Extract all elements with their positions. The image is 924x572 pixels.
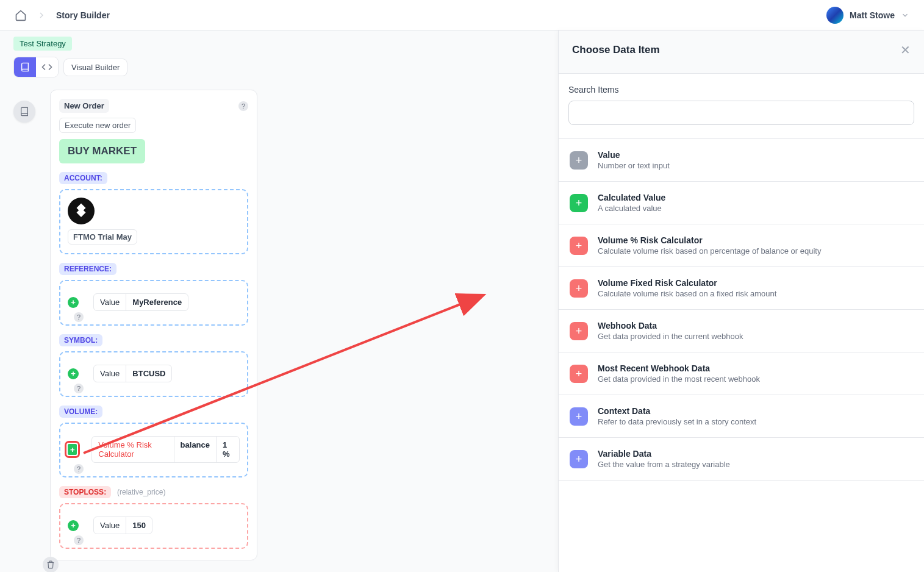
data-item-option[interactable]: + Calculated Value A calculated value: [559, 182, 924, 224]
item-desc: Refer to data previously set in a story …: [598, 417, 756, 426]
reference-label: REFERENCE:: [59, 263, 116, 275]
symbol-value[interactable]: Value BTCUSD: [93, 365, 172, 382]
app-header: Story Builder Matt Stowe: [0, 0, 924, 30]
search-input[interactable]: [568, 101, 914, 125]
panel-title: Choose Data Item: [572, 44, 660, 56]
toolbar-label: Visual Builder: [63, 59, 127, 76]
plus-icon[interactable]: +: [68, 368, 79, 379]
canvas-area: Test Strategy Visual Builder New Order ?: [0, 30, 558, 572]
data-item-option[interactable]: + Variable Data Get the value from a str…: [559, 438, 924, 481]
help-icon[interactable]: ?: [238, 101, 248, 111]
avatar: [826, 7, 843, 24]
item-desc: Get data provided in the most recent web…: [598, 374, 760, 384]
breadcrumb[interactable]: Story Builder: [56, 10, 110, 20]
chevron-right-icon: [37, 10, 46, 20]
view-toggle: [13, 57, 59, 77]
stoploss-note: (relative_price): [117, 488, 165, 496]
plus-icon: +: [570, 450, 588, 468]
plus-icon[interactable]: +: [68, 297, 79, 308]
plus-icon[interactable]: +: [68, 520, 79, 531]
close-icon[interactable]: ✕: [900, 44, 911, 56]
node-subtitle: Execute new order: [59, 118, 136, 133]
symbol-label: SYMBOL:: [59, 334, 102, 346]
help-icon[interactable]: ?: [74, 464, 84, 474]
data-item-option[interactable]: + Value Number or text input: [559, 139, 924, 182]
item-title: Most Recent Webhook Data: [598, 363, 760, 373]
plus-icon[interactable]: +: [68, 444, 77, 455]
plus-icon: +: [570, 279, 588, 298]
reference-box[interactable]: + Value MyReference ?: [59, 280, 248, 326]
stoploss-box[interactable]: + Value 150 ?: [59, 503, 248, 549]
stoploss-value[interactable]: Value 150: [93, 517, 152, 534]
user-menu[interactable]: Matt Stowe: [826, 7, 909, 24]
volume-box[interactable]: + Volume % Risk Calculator balance 1 % ?: [59, 423, 248, 477]
reference-value[interactable]: Value MyReference: [93, 293, 188, 311]
help-icon[interactable]: ?: [74, 384, 84, 393]
code-view-button[interactable]: [36, 57, 58, 77]
item-desc: Number or text input: [598, 161, 670, 170]
plus-icon: +: [570, 237, 588, 255]
data-item-option[interactable]: + Context Data Refer to data previously …: [559, 395, 924, 438]
collapse-button[interactable]: [13, 101, 35, 123]
item-title: Context Data: [598, 406, 756, 416]
plus-icon: +: [570, 194, 588, 212]
item-desc: Calculate volume risk based on percentag…: [598, 246, 821, 256]
item-title: Webhook Data: [598, 321, 743, 331]
plus-icon: +: [570, 322, 588, 340]
stoploss-label: STOPLOSS:: [59, 486, 111, 498]
account-name: FTMO Trial May: [68, 229, 137, 245]
data-item-option[interactable]: + Volume % Risk Calculator Calculate vol…: [559, 224, 924, 267]
visual-view-button[interactable]: [14, 57, 36, 77]
data-item-option[interactable]: + Webhook Data Get data provided in the …: [559, 310, 924, 352]
data-item-option[interactable]: + Volume Fixed Risk Calculator Calculate…: [559, 267, 924, 310]
data-item-panel: Choose Data Item ✕ Search Items + Value …: [558, 30, 924, 572]
volume-label: VOLUME:: [59, 406, 102, 418]
plus-icon: +: [570, 365, 588, 383]
item-desc: Get data provided in the current webhook: [598, 332, 743, 341]
plus-icon: +: [570, 407, 588, 426]
node-title: New Order: [59, 99, 109, 113]
delete-button[interactable]: [43, 557, 59, 572]
item-desc: A calculated value: [598, 204, 665, 213]
item-desc: Calculate volume risk based on a fixed r…: [598, 289, 776, 298]
help-icon[interactable]: ?: [74, 312, 84, 322]
action-chip[interactable]: BUY MARKET: [59, 139, 145, 163]
order-node[interactable]: New Order ? Execute new order BUY MARKET…: [50, 90, 257, 560]
volume-value[interactable]: Volume % Risk Calculator balance 1 %: [91, 436, 240, 463]
data-item-option[interactable]: + Most Recent Webhook Data Get data prov…: [559, 352, 924, 395]
help-icon[interactable]: ?: [74, 535, 84, 545]
account-box[interactable]: FTMO Trial May: [59, 189, 248, 254]
search-label: Search Items: [568, 85, 914, 95]
account-label: ACCOUNT:: [59, 172, 107, 184]
username-label: Matt Stowe: [850, 10, 895, 20]
item-title: Variable Data: [598, 449, 730, 459]
item-title: Calculated Value: [598, 193, 665, 202]
symbol-box[interactable]: + Value BTCUSD ?: [59, 351, 248, 397]
plus-icon: +: [570, 151, 588, 170]
item-title: Volume Fixed Risk Calculator: [598, 278, 776, 288]
home-icon[interactable]: [15, 9, 27, 21]
item-title: Value: [598, 150, 670, 160]
item-title: Volume % Risk Calculator: [598, 235, 821, 245]
strategy-badge[interactable]: Test Strategy: [13, 37, 72, 51]
item-list: + Value Number or text input + Calculate…: [559, 138, 924, 481]
item-desc: Get the value from a strategy variable: [598, 460, 730, 469]
chevron-down-icon: [901, 11, 909, 20]
account-logo-icon: [68, 198, 95, 224]
